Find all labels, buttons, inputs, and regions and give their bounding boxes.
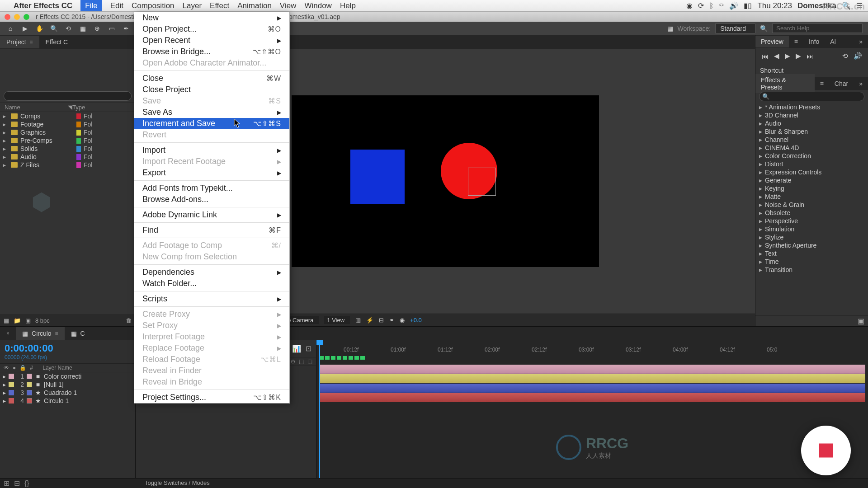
- layer-bar-1[interactable]: [319, 365, 865, 374]
- tab-preview[interactable]: Preview: [755, 36, 789, 47]
- interpret-icon[interactable]: ▦: [4, 317, 9, 324]
- current-time[interactable]: 0:00:00:00: [5, 343, 131, 354]
- tab-timeline-2[interactable]: ▦ C: [65, 327, 91, 340]
- workspace-icon[interactable]: ▦: [667, 25, 673, 32]
- zoom-window-icon[interactable]: [24, 14, 29, 20]
- pen-tool-icon[interactable]: ✒: [121, 23, 131, 33]
- selection-box[interactable]: [468, 168, 496, 196]
- volume-icon[interactable]: 🔊: [729, 1, 738, 10]
- project-folder[interactable]: ▸Z FilesFol: [0, 161, 135, 169]
- menu-item-new[interactable]: New▶: [134, 12, 289, 23]
- menu-layer[interactable]: Layer: [183, 1, 202, 10]
- timeline-icon[interactable]: ⊟: [379, 317, 384, 324]
- effect-category[interactable]: ▸CINEMA 4D: [755, 144, 868, 152]
- wifi-icon[interactable]: ⌔: [719, 2, 724, 10]
- shape-cuadrado[interactable]: [350, 150, 405, 204]
- menu-item-project-settings-[interactable]: Project Settings...⌥⇧⌘K: [134, 392, 289, 403]
- clock[interactable]: Thu 20:23: [757, 1, 792, 10]
- tab-info[interactable]: Info: [803, 36, 825, 47]
- menu-animation[interactable]: Animation: [237, 1, 272, 10]
- playhead[interactable]: [319, 340, 320, 478]
- menu-item-close[interactable]: Close⌘W: [134, 73, 289, 84]
- effect-category[interactable]: ▸Keying: [755, 184, 868, 192]
- col-type[interactable]: Type: [72, 104, 85, 111]
- effect-category[interactable]: ▸Blur & Sharpen: [755, 127, 868, 136]
- effects-search-input[interactable]: [759, 92, 864, 101]
- project-search-input[interactable]: [4, 91, 132, 101]
- layer-bar-2[interactable]: [319, 374, 865, 383]
- effect-category[interactable]: ▸Perspective: [755, 217, 868, 225]
- comp-icon[interactable]: ▣: [25, 317, 31, 324]
- cc-icon[interactable]: ◉: [686, 1, 693, 10]
- project-folder[interactable]: ▸AudioFol: [0, 153, 135, 161]
- menu-help[interactable]: Help: [340, 1, 356, 10]
- exposure-reset-icon[interactable]: ◉: [400, 317, 405, 324]
- project-folder[interactable]: ▸CompsFol: [0, 112, 135, 120]
- menu-item-dependencies[interactable]: Dependencies▶: [134, 267, 289, 278]
- time-ruler[interactable]: 00:12f01:00f01:12f02:00f02:12f03:00f03:1…: [316, 340, 868, 354]
- effect-category[interactable]: ▸Distort: [755, 160, 868, 168]
- flowchart-icon[interactable]: ⚭: [389, 317, 394, 324]
- tl-btn1-icon[interactable]: ⊞: [4, 479, 9, 488]
- project-folder[interactable]: ▸FootageFol: [0, 120, 135, 128]
- menu-item-find[interactable]: Find⌘F: [134, 225, 289, 236]
- fast-preview-icon[interactable]: ⚡: [366, 317, 373, 324]
- pan-behind-tool-icon[interactable]: ⊕: [92, 23, 102, 33]
- menu-effect[interactable]: Effect: [210, 1, 229, 10]
- menu-edit[interactable]: Edit: [110, 1, 123, 10]
- menu-item-close-project[interactable]: Close Project: [134, 84, 289, 95]
- effect-category[interactable]: ▸3D Channel: [755, 111, 868, 119]
- minimize-window-icon[interactable]: [14, 14, 20, 20]
- tab-effect-controls[interactable]: Effect C: [39, 36, 75, 48]
- effect-category[interactable]: ▸Transition: [755, 266, 868, 274]
- layer-bar-4[interactable]: [319, 393, 865, 402]
- menu-item-adobe-dynamic-link[interactable]: Adobe Dynamic Link▶: [134, 209, 289, 221]
- project-folder[interactable]: ▸SolidsFol: [0, 145, 135, 153]
- effect-category[interactable]: ▸Color Correction: [755, 152, 868, 160]
- effect-category[interactable]: ▸Text: [755, 249, 868, 258]
- col-name[interactable]: Name: [5, 104, 68, 111]
- effect-category[interactable]: ▸Audio: [755, 119, 868, 127]
- tab-project[interactable]: Project≡: [0, 36, 39, 48]
- shape-tool-icon[interactable]: ▭: [107, 23, 117, 33]
- graph-icon[interactable]: 📊: [292, 344, 301, 353]
- exposure-value[interactable]: +0.0: [410, 317, 422, 324]
- effect-category[interactable]: ▸Simulation: [755, 225, 868, 233]
- prev-frame-icon[interactable]: ◀: [774, 52, 779, 60]
- timeline-layer[interactable]: ▸1■Color correcti: [0, 372, 135, 380]
- folder-icon[interactable]: 📁: [14, 317, 21, 324]
- eye-icon[interactable]: 👁: [4, 365, 9, 371]
- menu-item-watch-folder-[interactable]: Watch Folder...: [134, 278, 289, 289]
- effect-category[interactable]: ▸* Animation Presets: [755, 103, 868, 111]
- menu-item-add-fonts-from-typekit-[interactable]: Add Fonts from Typekit...: [134, 183, 289, 194]
- effect-category[interactable]: ▸Matte: [755, 192, 868, 201]
- search-help-input[interactable]: [772, 23, 863, 33]
- menu-window[interactable]: Window: [304, 1, 331, 10]
- tl-opts-icon[interactable]: ⊡: [306, 344, 311, 353]
- battery-icon[interactable]: ▮▯: [744, 1, 752, 10]
- pixel-aspect-icon[interactable]: ▥: [355, 317, 361, 324]
- zoom-tool-icon[interactable]: 🔍: [49, 23, 59, 33]
- menu-item-increment-and-save[interactable]: Increment and Save⌥⇧⌘S: [134, 118, 289, 129]
- effect-category[interactable]: ▸Generate: [755, 176, 868, 184]
- menu-item-scripts[interactable]: Scripts▶: [134, 293, 289, 305]
- tl-btn3-icon[interactable]: {}: [24, 479, 29, 488]
- toggle-switches-button[interactable]: Toggle Switches / Modes: [145, 479, 210, 486]
- tab-align[interactable]: Al: [825, 36, 841, 47]
- traffic-lights[interactable]: [5, 14, 29, 20]
- menu-item-browse-in-bridge-[interactable]: Browse in Bridge...⌥⇧⌘O: [134, 46, 289, 57]
- timeline-layer[interactable]: ▸2■[Null 1]: [0, 380, 135, 389]
- menu-item-open-project-[interactable]: Open Project...⌘O: [134, 23, 289, 35]
- menu-item-save-as[interactable]: Save As▶: [134, 107, 289, 118]
- camera-tool-icon[interactable]: ▦: [78, 23, 88, 33]
- timeline-layer[interactable]: ▸4★Circulo 1: [0, 397, 135, 405]
- effect-category[interactable]: ▸Channel: [755, 136, 868, 144]
- tab-timeline-circulo[interactable]: ▦ Circulo ≡: [16, 327, 65, 340]
- selection-tool-icon[interactable]: ▶: [20, 23, 30, 33]
- tab-close[interactable]: ×: [0, 328, 16, 339]
- home-icon[interactable]: ⌂: [5, 23, 15, 33]
- trash-icon[interactable]: 🗑: [126, 317, 132, 324]
- menu-item-import[interactable]: Import▶: [134, 145, 289, 156]
- first-frame-icon[interactable]: ⏮: [762, 52, 769, 60]
- menu-composition[interactable]: Composition: [132, 1, 175, 10]
